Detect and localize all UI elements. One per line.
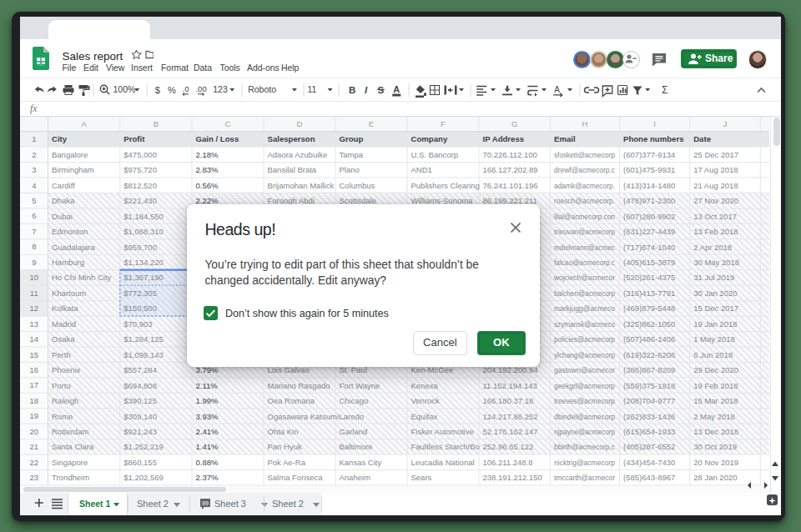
svg-text:(619)322-6206: (619)322-6206: [623, 350, 675, 359]
svg-text:(469)879-5448: (469)879-5448: [623, 304, 675, 313]
svg-text:Guadalajara: Guadalajara: [52, 243, 95, 252]
svg-text:99: 99: [202, 500, 209, 506]
svg-text:Anaheim: Anaheim: [340, 473, 371, 482]
svg-text:(413)314-1480: (413)314-1480: [623, 181, 675, 190]
svg-text:$309,140: $309,140: [123, 412, 157, 421]
svg-text:Gain / Loss: Gain / Loss: [196, 134, 239, 143]
svg-text:Chicago: Chicago: [340, 396, 369, 405]
svg-text:(520)261-4375: (520)261-4375: [623, 273, 675, 282]
svg-text:J: J: [723, 119, 728, 128]
svg-text:Khartoum: Khartoum: [52, 289, 86, 298]
svg-text:gastown@acmecor: gastown@acmecor: [554, 365, 615, 374]
svg-text:19: 19: [30, 411, 39, 420]
svg-text:$1,367,190: $1,367,190: [123, 273, 164, 282]
svg-text:falcao@acmecorp.c: falcao@acmecorp.c: [554, 258, 615, 267]
svg-text:Kenexa: Kenexa: [411, 381, 439, 390]
svg-text:Madrid: Madrid: [52, 319, 76, 329]
svg-text:20: 20: [30, 427, 39, 436]
svg-text:8: 8: [32, 242, 36, 251]
svg-text:$812,520: $812,520: [123, 181, 157, 190]
svg-text:11.152.194.143: 11.152.194.143: [483, 381, 537, 390]
svg-text:31 Jul 2019: 31 Jul 2019: [693, 273, 734, 282]
svg-text:njpayne@acmecorp: njpayne@acmecorp: [554, 427, 615, 436]
svg-text:10: 10: [30, 273, 39, 282]
svg-text:4: 4: [32, 181, 36, 190]
svg-text:$1,284,125: $1,284,125: [123, 334, 164, 344]
svg-text:100%: 100%: [113, 84, 136, 94]
svg-text:Ogasawara Katsumi: Ogasawara Katsumi: [268, 412, 340, 421]
svg-text:Company: Company: [411, 134, 448, 143]
svg-text:13 Oct 2017: 13 Oct 2017: [693, 212, 737, 221]
svg-text:I: I: [365, 85, 368, 95]
svg-text:25 Dec 2017: 25 Dec 2017: [693, 150, 738, 159]
svg-text:16: 16: [30, 365, 39, 374]
svg-text:17: 17: [30, 380, 39, 389]
svg-text:ylchang@acmecorp: ylchang@acmecorp: [554, 350, 615, 359]
svg-text:(559)375-1918: (559)375-1918: [623, 381, 675, 390]
svg-text:2.37%: 2.37%: [196, 473, 219, 482]
svg-text:mdielmann@acmec: mdielmann@acmec: [554, 243, 615, 252]
svg-text:29 Dec 2020: 29 Dec 2020: [693, 365, 738, 374]
svg-text:(386)867-8209: (386)867-8209: [623, 365, 675, 374]
svg-text:166.180.37.18: 166.180.37.18: [483, 396, 534, 405]
svg-text:Plano: Plano: [340, 165, 360, 174]
svg-text:70.226.112.100: 70.226.112.100: [483, 150, 537, 159]
svg-text:Σ: Σ: [662, 84, 668, 96]
svg-text:30 May 2018: 30 May 2018: [693, 258, 739, 267]
svg-text:2 May 2018: 2 May 2018: [693, 412, 735, 421]
svg-text:(507)486-1406: (507)486-1406: [623, 334, 675, 344]
svg-text:lilal@acmecorp.con: lilal@acmecorp.con: [554, 212, 615, 221]
svg-text:2.83%: 2.83%: [196, 165, 219, 174]
svg-text:21 Aug 2018: 21 Aug 2018: [693, 181, 738, 190]
svg-text:A: A: [393, 84, 400, 94]
svg-text:28 Jan 2020: 28 Jan 2020: [693, 473, 737, 482]
svg-text:Ho Chi Minh City: Ho Chi Minh City: [52, 273, 112, 282]
svg-text:$772,305: $772,305: [123, 289, 157, 298]
svg-text:geekgrl@acmecorp: geekgrl@acmecorp: [554, 381, 615, 390]
svg-text:11: 11: [30, 289, 38, 298]
svg-text:IP Address: IP Address: [483, 134, 525, 143]
svg-text:bbirth@acmecorp.c: bbirth@acmecorp.c: [554, 442, 615, 451]
svg-text:Singapore: Singapore: [52, 458, 88, 467]
svg-text:Porto: Porto: [52, 381, 71, 390]
svg-text:$1,252,219: $1,252,219: [123, 442, 164, 451]
svg-text:(325)862-1050: (325)862-1050: [623, 319, 675, 329]
svg-text:15: 15: [30, 350, 39, 359]
svg-text:(631)227-4439: (631)227-4439: [623, 227, 675, 236]
svg-text:$221,430: $221,430: [123, 196, 157, 205]
svg-text:(607)377-9134: (607)377-9134: [623, 150, 675, 159]
svg-text:Columbus: Columbus: [340, 181, 375, 190]
svg-text:Salma Fonseca: Salma Fonseca: [268, 473, 324, 482]
svg-text:5: 5: [32, 196, 36, 205]
svg-text:Bansilal Brata: Bansilal Brata: [268, 165, 317, 174]
svg-text:A: A: [82, 119, 88, 128]
svg-text:$150,500: $150,500: [123, 304, 157, 313]
svg-text:(316)413-7791: (316)413-7791: [623, 289, 675, 298]
svg-text:Baltimore: Baltimore: [340, 442, 373, 451]
svg-text:1 May 2018: 1 May 2018: [693, 334, 735, 344]
svg-text:policies@acmecorp: policies@acmecorp: [554, 334, 615, 344]
svg-text:106.211.248.8: 106.211.248.8: [483, 458, 533, 467]
svg-text:19 Jan 2018: 19 Jan 2018: [693, 319, 737, 329]
svg-text:(478)971-2300: (478)971-2300: [623, 196, 675, 205]
svg-text:Equifax: Equifax: [411, 412, 438, 421]
svg-text:$1,099,143: $1,099,143: [123, 350, 164, 359]
svg-text:27 Nov 2020: 27 Nov 2020: [693, 196, 738, 205]
svg-text:.0: .0: [183, 84, 189, 93]
svg-text:H: H: [582, 119, 588, 128]
svg-text:$390,125: $390,125: [123, 396, 157, 405]
svg-text:14: 14: [30, 334, 39, 344]
svg-text:trieuvan@acmecorp: trieuvan@acmecorp: [554, 227, 615, 236]
svg-text:$975,720: $975,720: [123, 165, 157, 174]
svg-text:wojciech@acmecor: wojciech@acmecor: [553, 273, 615, 282]
svg-text:A: A: [554, 85, 560, 94]
svg-text:Dubai: Dubai: [52, 212, 73, 221]
svg-text:Trondheim: Trondheim: [52, 473, 89, 482]
svg-text:Leucadia National: Leucadia National: [411, 458, 475, 467]
svg-text:Raleigh: Raleigh: [52, 396, 78, 405]
svg-text:166.127.202.89: 166.127.202.89: [483, 165, 538, 174]
svg-text:6 Jun 2018: 6 Jun 2018: [693, 350, 733, 359]
svg-text:(601)475-9931: (601)475-9931: [623, 165, 675, 174]
svg-text:Salesperson: Salesperson: [268, 134, 315, 143]
svg-text:3: 3: [32, 165, 36, 174]
